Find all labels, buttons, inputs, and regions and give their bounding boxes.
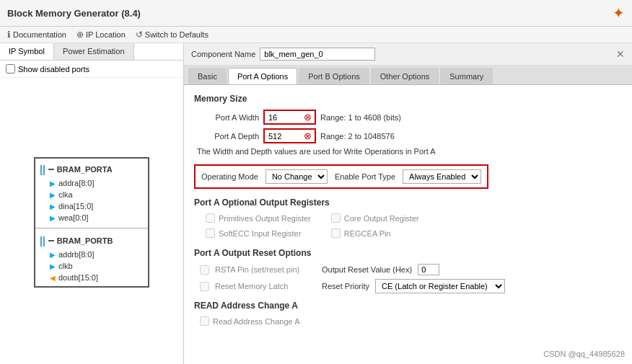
tab-ip-symbol[interactable]: IP Symbol bbox=[0, 43, 54, 60]
switch-defaults-link[interactable]: ↺ Switch to Defaults bbox=[136, 30, 209, 40]
tab-porta-options[interactable]: Port A Options bbox=[228, 68, 297, 84]
port-arrow-icon: ▶ bbox=[50, 262, 56, 270]
tab-portb-options[interactable]: Port B Options bbox=[299, 68, 369, 84]
port-a-width-row: Port A Width ⊗ Range: 1 to 4608 (bits) bbox=[194, 110, 622, 125]
soft-ecc-reg-row: SoftECC Input Register bbox=[200, 228, 311, 238]
port-a-depth-clear-icon[interactable]: ⊗ bbox=[302, 130, 313, 141]
app-title: Block Memory Generator (8.4) bbox=[7, 8, 141, 19]
right-panel: Component Name ✕ Basic Port A Options Po… bbox=[184, 43, 632, 364]
rsta-pin-label: RSTA Pin (set/reset pin) bbox=[215, 265, 316, 274]
tab-basic[interactable]: Basic bbox=[188, 68, 227, 84]
reset-memory-latch-label: Reset Memory Latch bbox=[215, 282, 316, 290]
porta-connector-icon: || bbox=[40, 164, 45, 175]
portb-section: || BRAM_PORTB ▶ addrb[8:0] ▶ clkb ◀ d bbox=[35, 230, 148, 286]
panel-content: Memory Size Port A Width ⊗ Range: 1 to 4… bbox=[184, 85, 632, 364]
location-icon: ⊕ bbox=[76, 30, 84, 40]
primitives-output-reg-checkbox[interactable] bbox=[206, 213, 215, 223]
port-arrow-icon: ▶ bbox=[50, 214, 56, 222]
reset-memory-latch-checkbox[interactable] bbox=[200, 282, 209, 291]
port-arrow-icon: ▶ bbox=[50, 251, 56, 259]
port-a-depth-input-wrap: ⊗ bbox=[263, 128, 316, 143]
xilinx-logo: ✦ bbox=[613, 4, 625, 22]
symbol-box: || BRAM_PORTA ▶ addra[8:0] ▶ clka ▶ d bbox=[34, 157, 149, 288]
output-reset-value-label: Output Reset Value (Hex) bbox=[322, 265, 412, 274]
port-arrow-icon: ▶ bbox=[50, 203, 56, 210]
component-name-input[interactable] bbox=[260, 48, 375, 61]
title-bar: Block Memory Generator (8.4) ✦ bbox=[0, 0, 632, 27]
toolbar: ℹ Documentation ⊕ IP Location ↺ Switch t… bbox=[0, 27, 632, 43]
porta-line bbox=[48, 169, 54, 170]
reset-priority-select[interactable]: CE (Latch or Register Enable) SR (Set/Re… bbox=[375, 279, 505, 293]
refresh-icon: ↺ bbox=[136, 30, 143, 40]
info-text: The Width and Depth values are used for … bbox=[194, 147, 622, 156]
primitives-output-reg-row: Primitives Output Register bbox=[200, 213, 311, 223]
port-wea: ▶ wea[0:0] bbox=[40, 212, 144, 223]
port-dina-label: dina[15:0] bbox=[58, 202, 93, 210]
show-disabled-row: Show disabled ports bbox=[0, 61, 183, 78]
core-output-reg-row: Core Output Register bbox=[325, 213, 419, 223]
output-reset-value-input[interactable] bbox=[418, 264, 439, 275]
close-button[interactable]: ✕ bbox=[616, 48, 625, 60]
symbol-area: || BRAM_PORTA ▶ addra[8:0] ▶ clka ▶ d bbox=[0, 78, 183, 364]
port-arrow-icon: ▶ bbox=[50, 191, 56, 199]
port-a-width-range: Range: 1 to 4608 (bits) bbox=[320, 113, 401, 122]
read-address-change-label: Read Address Change A bbox=[213, 317, 299, 326]
soft-ecc-reg-checkbox[interactable] bbox=[206, 228, 215, 238]
port-addra: ▶ addra[8:0] bbox=[40, 177, 144, 189]
operating-mode-select[interactable]: No Change Write First Read First bbox=[265, 169, 328, 184]
reset-options-section: Port A Output Reset Options RSTA Pin (se… bbox=[194, 248, 622, 293]
port-arrow-out-icon: ◀ bbox=[50, 274, 56, 282]
port-a-depth-input[interactable] bbox=[266, 131, 302, 141]
portb-title: || BRAM_PORTB bbox=[40, 233, 144, 249]
tabs-bar: Basic Port A Options Port B Options Othe… bbox=[184, 66, 632, 85]
ip-location-link[interactable]: ⊕ IP Location bbox=[76, 30, 126, 40]
tab-power-estimation[interactable]: Power Estimation bbox=[54, 43, 134, 60]
tab-other-options[interactable]: Other Options bbox=[371, 68, 439, 84]
optional-registers-section: Port A Optional Output Registers Primiti… bbox=[194, 197, 622, 241]
regcea-pin-label: REGCEA Pin bbox=[344, 229, 391, 238]
port-a-width-label: Port A Width bbox=[194, 113, 259, 122]
port-addrb: ▶ addrb[8:0] bbox=[40, 249, 144, 260]
core-output-reg-checkbox[interactable] bbox=[331, 213, 341, 223]
rsta-pin-row: RSTA Pin (set/reset pin) Output Reset Va… bbox=[194, 264, 622, 275]
operating-mode-label: Operating Mode bbox=[201, 172, 258, 181]
tab-summary[interactable]: Summary bbox=[440, 68, 493, 84]
porta-section: || BRAM_PORTA ▶ addra[8:0] ▶ clka ▶ d bbox=[35, 159, 148, 226]
port-a-width-clear-icon[interactable]: ⊗ bbox=[302, 112, 313, 123]
read-address-section: READ Address Change A Read Address Chang… bbox=[194, 301, 622, 326]
port-a-depth-label: Port A Depth bbox=[194, 132, 259, 141]
port-arrow-icon: ▶ bbox=[50, 179, 56, 187]
documentation-link[interactable]: ℹ Documentation bbox=[7, 30, 66, 40]
reset-priority-label: Reset Priority bbox=[322, 282, 369, 290]
portb-label: BRAM_PORTB bbox=[57, 236, 113, 245]
port-a-width-input[interactable] bbox=[266, 112, 302, 123]
porta-title: || BRAM_PORTA bbox=[40, 161, 144, 177]
port-a-depth-row: Port A Depth ⊗ Range: 2 to 1048576 bbox=[194, 128, 622, 143]
regcea-pin-checkbox[interactable] bbox=[331, 228, 341, 238]
section-divider bbox=[35, 228, 148, 228]
rsta-pin-checkbox[interactable] bbox=[200, 265, 209, 275]
show-disabled-checkbox[interactable] bbox=[6, 64, 15, 74]
port-clkb-label: clkb bbox=[58, 262, 73, 270]
port-doutb-label: doutb[15:0] bbox=[58, 273, 98, 282]
ip-location-label: IP Location bbox=[86, 30, 126, 39]
info-icon: ℹ bbox=[7, 30, 11, 40]
port-wea-label: wea[0:0] bbox=[58, 213, 89, 222]
porta-label: BRAM_PORTA bbox=[57, 165, 113, 174]
left-panel: IP Symbol Power Estimation Show disabled… bbox=[0, 43, 184, 364]
read-address-title: READ Address Change A bbox=[194, 301, 622, 311]
core-output-reg-label: Core Output Register bbox=[344, 214, 419, 223]
read-address-change-checkbox[interactable] bbox=[200, 316, 209, 326]
operating-mode-row: Operating Mode No Change Write First Rea… bbox=[194, 164, 488, 189]
left-tabs: IP Symbol Power Estimation bbox=[0, 43, 183, 61]
enable-port-type-select[interactable]: Always Enabled Use ENA Pin bbox=[403, 169, 481, 184]
regcea-pin-row: REGCEA Pin bbox=[325, 228, 419, 238]
documentation-label: Documentation bbox=[13, 30, 66, 39]
reset-memory-latch-row: Reset Memory Latch Reset Priority CE (La… bbox=[194, 279, 622, 293]
portb-line bbox=[48, 240, 54, 241]
portb-connector-icon: || bbox=[40, 235, 45, 247]
optional-registers-title: Port A Optional Output Registers bbox=[194, 197, 622, 208]
port-clkb: ▶ clkb bbox=[40, 260, 144, 272]
watermark: CSDN @qq_44985628 bbox=[543, 350, 625, 358]
switch-defaults-label: Switch to Defaults bbox=[145, 30, 209, 39]
